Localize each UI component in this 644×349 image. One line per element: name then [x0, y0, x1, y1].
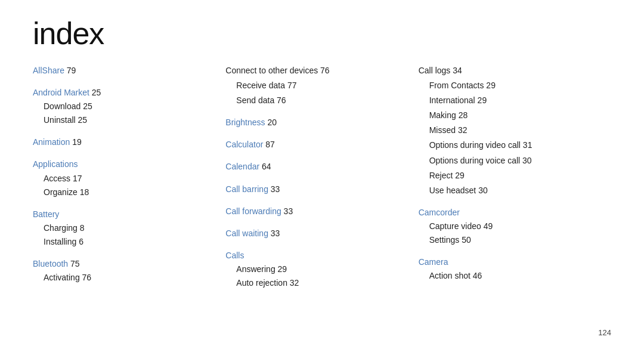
call-barring-page: 33: [271, 184, 280, 194]
call-logs-text: Call logs 34: [419, 66, 462, 75]
calculator-link[interactable]: Calculator: [225, 140, 263, 149]
entry-allshare: AllShare 79: [33, 64, 225, 78]
sub-access: Access 17: [44, 172, 225, 186]
send-text: Send data 76: [225, 94, 418, 107]
animation-link[interactable]: Animation: [33, 137, 70, 147]
use-headset-text: Use headset 30: [419, 184, 611, 197]
animation-page: 19: [72, 137, 82, 147]
entry-missed: Missed 32: [419, 123, 611, 137]
entry-options-video: Options during video call 31: [419, 138, 611, 152]
entry-calendar: Calendar 64: [225, 160, 418, 174]
bluetooth-page: 75: [70, 259, 80, 268]
calls-subs: Answering 29 Auto rejection 32: [225, 262, 418, 290]
entry-making: Making 28: [419, 109, 611, 122]
entry-receive: Receive data 77: [225, 79, 418, 92]
entry-options-voice: Options during voice call 30: [419, 154, 611, 168]
sub-answering: Answering 29: [236, 262, 418, 276]
brightness-link[interactable]: Brightness: [225, 118, 265, 127]
sub-activating: Activating 76: [44, 271, 225, 285]
entry-international: International 29: [419, 94, 611, 107]
entry-connect: Connect to other devices 76: [225, 64, 418, 78]
reject-text: Reject 29: [419, 169, 611, 183]
entry-camcorder: Camcorder Capture video 49 Settings 50: [419, 206, 611, 247]
sub-uninstall: Uninstall 25: [44, 113, 225, 127]
page-container: index AllShare 79 Android Market 25 Down…: [0, 0, 644, 349]
entry-calls: Calls Answering 29 Auto rejection 32: [225, 249, 418, 290]
applications-subs: Access 17 Organize 18: [33, 172, 225, 199]
options-video-text: Options during video call 31: [419, 138, 611, 152]
entry-android-market: Android Market 25 Download 25 Uninstall …: [33, 86, 225, 127]
call-waiting-page: 33: [271, 228, 280, 238]
international-text: International 29: [419, 94, 611, 107]
entry-animation: Animation 19: [33, 135, 225, 149]
sub-organize: Organize 18: [44, 186, 225, 199]
column-3: Call logs 34 From Contacts 29 Internatio…: [419, 64, 611, 290]
missed-text: Missed 32: [419, 123, 611, 137]
sub-charging: Charging 8: [44, 221, 225, 235]
entry-send: Send data 76: [225, 94, 418, 107]
entry-calculator: Calculator 87: [225, 138, 418, 152]
sub-settings: Settings 50: [429, 233, 611, 247]
receive-text: Receive data 77: [225, 79, 418, 92]
call-barring-link[interactable]: Call barring: [225, 184, 268, 194]
bluetooth-subs: Activating 76: [33, 271, 225, 285]
calculator-page: 87: [265, 140, 275, 149]
calls-link[interactable]: Calls: [225, 251, 244, 260]
allshare-link[interactable]: AllShare: [33, 66, 64, 75]
connect-text: Connect to other devices 76: [225, 66, 329, 75]
entry-call-waiting: Call waiting 33: [225, 227, 418, 240]
sub-installing: Installing 6: [44, 235, 225, 249]
entry-call-forwarding: Call forwarding 33: [225, 205, 418, 218]
bluetooth-link[interactable]: Bluetooth: [33, 259, 68, 268]
from-contacts-text: From Contacts 29: [419, 79, 611, 92]
battery-link[interactable]: Battery: [33, 209, 59, 219]
android-market-subs: Download 25 Uninstall 25: [33, 100, 225, 127]
call-waiting-link[interactable]: Call waiting: [225, 228, 268, 238]
entry-camera: Camera Action shot 46: [419, 255, 611, 283]
applications-link[interactable]: Applications: [33, 159, 78, 169]
entry-battery: Battery Charging 8 Installing 6: [33, 208, 225, 249]
column-2: Connect to other devices 76 Receive data…: [225, 64, 418, 290]
brightness-page: 20: [267, 118, 277, 127]
entry-brightness: Brightness 20: [225, 116, 418, 129]
entry-bluetooth: Bluetooth 75 Activating 76: [33, 257, 225, 285]
android-market-link[interactable]: Android Market: [33, 88, 89, 97]
page-title: index: [33, 18, 611, 49]
entry-reject: Reject 29: [419, 169, 611, 183]
making-text: Making 28: [419, 109, 611, 122]
entry-call-logs: Call logs 34: [419, 64, 611, 78]
camcorder-link[interactable]: Camcorder: [419, 208, 460, 217]
index-columns: AllShare 79 Android Market 25 Download 2…: [33, 64, 611, 290]
call-forwarding-link[interactable]: Call forwarding: [225, 206, 281, 216]
call-forwarding-page: 33: [284, 206, 293, 216]
entry-call-barring: Call barring 33: [225, 183, 418, 196]
entry-from-contacts: From Contacts 29: [419, 79, 611, 92]
sub-auto-rejection: Auto rejection 32: [236, 276, 418, 290]
column-1: AllShare 79 Android Market 25 Download 2…: [33, 64, 225, 290]
entry-use-headset: Use headset 30: [419, 184, 611, 197]
allshare-page: 79: [67, 66, 76, 75]
battery-subs: Charging 8 Installing 6: [33, 221, 225, 249]
sub-action-shot: Action shot 46: [429, 269, 611, 283]
camcorder-subs: Capture video 49 Settings 50: [419, 220, 611, 247]
options-voice-text: Options during voice call 30: [419, 154, 611, 168]
calendar-page: 64: [262, 162, 271, 171]
entry-applications: Applications Access 17 Organize 18: [33, 157, 225, 199]
android-market-page: 25: [92, 88, 101, 97]
camera-subs: Action shot 46: [419, 269, 611, 283]
page-number: 124: [598, 328, 611, 337]
sub-capture-video: Capture video 49: [429, 220, 611, 233]
camera-link[interactable]: Camera: [419, 257, 448, 267]
calendar-link[interactable]: Calendar: [225, 162, 259, 171]
sub-download: Download 25: [44, 100, 225, 113]
